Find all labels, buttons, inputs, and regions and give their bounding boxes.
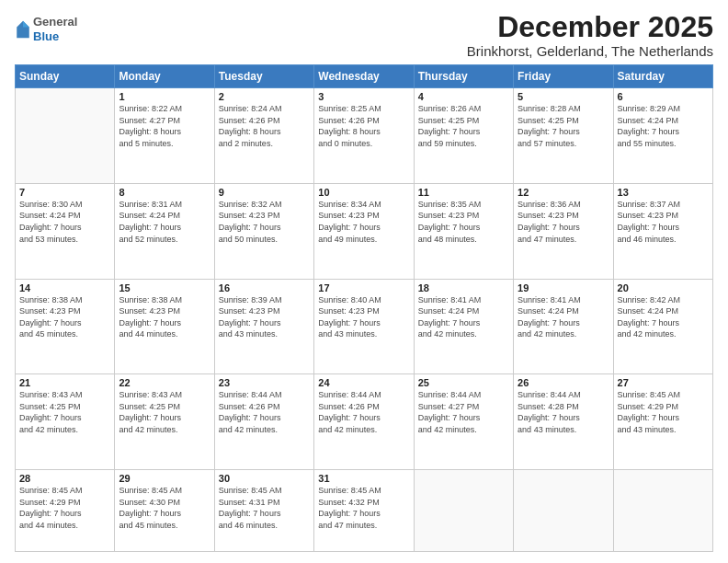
day-number: 25: [418, 377, 509, 388]
day-number: 6: [618, 91, 709, 102]
day-number: 30: [219, 473, 310, 484]
calendar-cell: 1Sunrise: 8:22 AM Sunset: 4:27 PM Daylig…: [115, 88, 214, 184]
day-info: Sunrise: 8:45 AM Sunset: 4:29 PM Dayligh…: [618, 389, 709, 435]
logo: General Blue: [15, 15, 77, 43]
day-info: Sunrise: 8:44 AM Sunset: 4:26 PM Dayligh…: [318, 389, 409, 435]
title-block: December 2025 Brinkhorst, Gelderland, Th…: [467, 11, 713, 59]
day-info: Sunrise: 8:28 AM Sunset: 4:25 PM Dayligh…: [518, 103, 609, 149]
day-number: 13: [618, 187, 709, 198]
day-info: Sunrise: 8:41 AM Sunset: 4:24 PM Dayligh…: [518, 294, 609, 340]
calendar-cell: 29Sunrise: 8:45 AM Sunset: 4:30 PM Dayli…: [115, 469, 214, 551]
day-number: 1: [119, 91, 210, 102]
day-info: Sunrise: 8:37 AM Sunset: 4:23 PM Dayligh…: [618, 199, 709, 245]
day-info: Sunrise: 8:39 AM Sunset: 4:23 PM Dayligh…: [219, 294, 310, 340]
day-number: 26: [518, 377, 609, 388]
calendar-week-5: 28Sunrise: 8:45 AM Sunset: 4:29 PM Dayli…: [16, 469, 713, 551]
page: General Blue December 2025 Brinkhorst, G…: [0, 0, 728, 563]
calendar-cell: 7Sunrise: 8:30 AM Sunset: 4:24 PM Daylig…: [16, 183, 115, 279]
day-info: Sunrise: 8:43 AM Sunset: 4:25 PM Dayligh…: [119, 389, 210, 435]
day-info: Sunrise: 8:31 AM Sunset: 4:24 PM Dayligh…: [119, 199, 210, 245]
header-row: Sunday Monday Tuesday Wednesday Thursday…: [16, 65, 713, 88]
calendar-cell: 20Sunrise: 8:42 AM Sunset: 4:24 PM Dayli…: [613, 279, 712, 374]
col-friday: Friday: [514, 65, 613, 88]
calendar-cell: 31Sunrise: 8:45 AM Sunset: 4:32 PM Dayli…: [314, 469, 414, 551]
day-info: Sunrise: 8:44 AM Sunset: 4:28 PM Dayligh…: [518, 389, 609, 435]
calendar-cell: 18Sunrise: 8:41 AM Sunset: 4:24 PM Dayli…: [414, 279, 513, 374]
calendar-cell: 5Sunrise: 8:28 AM Sunset: 4:25 PM Daylig…: [514, 88, 613, 184]
calendar-cell: 8Sunrise: 8:31 AM Sunset: 4:24 PM Daylig…: [115, 183, 214, 279]
calendar-cell: 17Sunrise: 8:40 AM Sunset: 4:23 PM Dayli…: [314, 279, 414, 374]
day-info: Sunrise: 8:43 AM Sunset: 4:25 PM Dayligh…: [19, 389, 110, 435]
day-number: 15: [119, 282, 210, 293]
calendar-cell: 3Sunrise: 8:25 AM Sunset: 4:26 PM Daylig…: [314, 88, 414, 184]
calendar-cell: 23Sunrise: 8:44 AM Sunset: 4:26 PM Dayli…: [214, 374, 313, 470]
col-saturday: Saturday: [613, 65, 712, 88]
calendar-cell: 4Sunrise: 8:26 AM Sunset: 4:25 PM Daylig…: [414, 88, 513, 184]
day-number: 9: [219, 187, 310, 198]
title-month: December 2025: [467, 11, 713, 43]
day-number: 28: [19, 473, 110, 484]
day-info: Sunrise: 8:45 AM Sunset: 4:29 PM Dayligh…: [19, 485, 110, 531]
day-info: Sunrise: 8:32 AM Sunset: 4:23 PM Dayligh…: [219, 199, 310, 245]
day-number: 18: [418, 282, 509, 293]
calendar-cell: [414, 469, 513, 551]
day-number: 16: [219, 282, 310, 293]
calendar-cell: [613, 469, 712, 551]
calendar-week-1: 1Sunrise: 8:22 AM Sunset: 4:27 PM Daylig…: [16, 88, 713, 184]
day-number: 8: [119, 187, 210, 198]
calendar-week-4: 21Sunrise: 8:43 AM Sunset: 4:25 PM Dayli…: [16, 374, 713, 470]
calendar-cell: 26Sunrise: 8:44 AM Sunset: 4:28 PM Dayli…: [514, 374, 613, 470]
col-sunday: Sunday: [16, 65, 115, 88]
day-info: Sunrise: 8:41 AM Sunset: 4:24 PM Dayligh…: [418, 294, 509, 340]
day-number: 4: [418, 91, 509, 102]
logo-icon: [15, 19, 31, 40]
day-info: Sunrise: 8:45 AM Sunset: 4:32 PM Dayligh…: [318, 485, 409, 531]
day-number: 5: [518, 91, 609, 102]
day-info: Sunrise: 8:35 AM Sunset: 4:23 PM Dayligh…: [418, 199, 509, 245]
header: General Blue December 2025 Brinkhorst, G…: [15, 11, 713, 59]
title-location: Brinkhorst, Gelderland, The Netherlands: [467, 43, 713, 59]
day-number: 11: [418, 187, 509, 198]
calendar-cell: 19Sunrise: 8:41 AM Sunset: 4:24 PM Dayli…: [514, 279, 613, 374]
day-info: Sunrise: 8:44 AM Sunset: 4:27 PM Dayligh…: [418, 389, 509, 435]
day-number: 7: [19, 187, 110, 198]
day-number: 24: [318, 377, 409, 388]
day-number: 2: [219, 91, 310, 102]
day-number: 31: [318, 473, 409, 484]
day-number: 27: [618, 377, 709, 388]
logo-blue: Blue: [33, 29, 59, 43]
svg-marker-2: [23, 20, 29, 27]
calendar-cell: 16Sunrise: 8:39 AM Sunset: 4:23 PM Dayli…: [214, 279, 313, 374]
day-number: 21: [19, 377, 110, 388]
day-info: Sunrise: 8:24 AM Sunset: 4:26 PM Dayligh…: [219, 103, 310, 149]
day-number: 12: [518, 187, 609, 198]
calendar-cell: 21Sunrise: 8:43 AM Sunset: 4:25 PM Dayli…: [16, 374, 115, 470]
calendar-cell: 2Sunrise: 8:24 AM Sunset: 4:26 PM Daylig…: [214, 88, 313, 184]
day-number: 17: [318, 282, 409, 293]
calendar-cell: 15Sunrise: 8:38 AM Sunset: 4:23 PM Dayli…: [115, 279, 214, 374]
day-number: 20: [618, 282, 709, 293]
calendar-cell: 10Sunrise: 8:34 AM Sunset: 4:23 PM Dayli…: [314, 183, 414, 279]
day-number: 3: [318, 91, 409, 102]
calendar-cell: 14Sunrise: 8:38 AM Sunset: 4:23 PM Dayli…: [16, 279, 115, 374]
calendar-week-3: 14Sunrise: 8:38 AM Sunset: 4:23 PM Dayli…: [16, 279, 713, 374]
calendar-cell: 9Sunrise: 8:32 AM Sunset: 4:23 PM Daylig…: [214, 183, 313, 279]
day-info: Sunrise: 8:29 AM Sunset: 4:24 PM Dayligh…: [618, 103, 709, 149]
day-info: Sunrise: 8:45 AM Sunset: 4:31 PM Dayligh…: [219, 485, 310, 531]
day-info: Sunrise: 8:26 AM Sunset: 4:25 PM Dayligh…: [418, 103, 509, 149]
day-info: Sunrise: 8:30 AM Sunset: 4:24 PM Dayligh…: [19, 199, 110, 245]
day-info: Sunrise: 8:40 AM Sunset: 4:23 PM Dayligh…: [318, 294, 409, 340]
col-tuesday: Tuesday: [214, 65, 313, 88]
calendar-cell: 6Sunrise: 8:29 AM Sunset: 4:24 PM Daylig…: [613, 88, 712, 184]
calendar-cell: 27Sunrise: 8:45 AM Sunset: 4:29 PM Dayli…: [613, 374, 712, 470]
calendar-cell: 25Sunrise: 8:44 AM Sunset: 4:27 PM Dayli…: [414, 374, 513, 470]
day-number: 29: [119, 473, 210, 484]
col-wednesday: Wednesday: [314, 65, 414, 88]
day-info: Sunrise: 8:36 AM Sunset: 4:23 PM Dayligh…: [518, 199, 609, 245]
calendar-cell: 12Sunrise: 8:36 AM Sunset: 4:23 PM Dayli…: [514, 183, 613, 279]
day-number: 14: [19, 282, 110, 293]
calendar-week-2: 7Sunrise: 8:30 AM Sunset: 4:24 PM Daylig…: [16, 183, 713, 279]
day-info: Sunrise: 8:38 AM Sunset: 4:23 PM Dayligh…: [119, 294, 210, 340]
day-info: Sunrise: 8:45 AM Sunset: 4:30 PM Dayligh…: [119, 485, 210, 531]
col-thursday: Thursday: [414, 65, 513, 88]
